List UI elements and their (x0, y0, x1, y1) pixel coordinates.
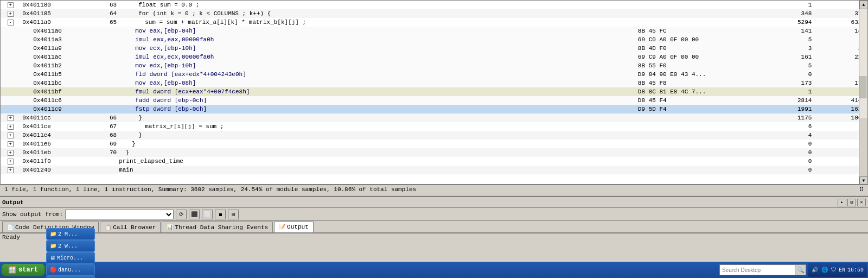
tabs-bar: 📄 Code Definition Window 📋 Call Browser … (0, 221, 868, 233)
tab-output[interactable]: 📝 Output (274, 222, 314, 232)
expand-cell (1, 96, 20, 105)
taskbar-btn-3[interactable]: 🔴danu... (46, 264, 95, 276)
lang-indicator: EN (839, 267, 845, 273)
table-row[interactable]: 0x4011a0 mov eax,[ebp-04h] 8B 45 FC 141 … (1, 27, 867, 35)
bytes-cell (636, 157, 761, 166)
taskbar-btn-2[interactable]: 🖥Micro... (46, 252, 95, 264)
bytes-cell: 8B 45 FC (636, 27, 761, 35)
expand-btn[interactable]: + (8, 132, 14, 138)
expand-btn[interactable]: + (8, 150, 14, 156)
address-cell: 0x4011a9 (20, 44, 92, 53)
table-row[interactable]: 0x4011c9 fstp dword [ebp-0ch] D9 5D F4 1… (1, 105, 867, 113)
scroll-thumb[interactable] (859, 77, 866, 98)
output-panel-header: Output ▸ ⊟ ✕ (0, 197, 868, 208)
search-button[interactable]: 🔍 (795, 265, 806, 275)
start-button[interactable]: 🪟 start (1, 263, 45, 276)
expand-btn[interactable]: + (8, 141, 14, 147)
code-cell: print_elapsed_time (119, 157, 636, 166)
count1-cell: 5294 (761, 18, 814, 27)
expand-cell (1, 27, 20, 35)
table-row[interactable]: 0x4011a9 mov ecx,[ebp-10h] 8B 4D F0 3 12 (1, 44, 867, 53)
bytes-cell (636, 113, 761, 122)
expand-cell: + (1, 122, 20, 131)
toolbar-btn-5[interactable]: ⊞ (228, 210, 239, 219)
code-cell: fadd dword [ebp-0ch] (119, 96, 636, 105)
address-cell: 0x4011c9 (20, 105, 92, 113)
expand-btn[interactable]: + (8, 124, 14, 130)
line-number-cell (92, 61, 119, 70)
line-number-cell: 67 (92, 122, 119, 131)
output-toolbar: Show output from: ⟳ ⬛ ⬜ ◼ ⊞ (0, 208, 868, 221)
tab-thread-data-label: Thread Data Sharing Events (175, 224, 268, 231)
expand-cell (1, 79, 20, 87)
line-number-cell (92, 27, 119, 35)
bytes-cell: D9 84 90 E0 43 4... (636, 70, 761, 79)
line-number-cell (92, 96, 119, 105)
address-cell: 0x4011a3 (20, 35, 92, 44)
code-cell: for (int k = 0 ; k < COLUMNS ; k++) { (119, 9, 636, 18)
bytes-cell: 8B 4D F0 (636, 44, 761, 53)
output-window-controls: ▸ ⊟ ✕ (838, 199, 866, 206)
count1-cell: 5 (761, 61, 814, 70)
expand-cell (1, 35, 20, 44)
address-cell: 0x401180 (20, 1, 92, 9)
output-float-btn[interactable]: ⊟ (847, 199, 856, 206)
expand-btn[interactable]: + (8, 115, 14, 121)
table-row: + 0x4011ce 67 matrix_r[i][j] = sum ; 6 4 (1, 122, 867, 131)
expand-btn[interactable]: + (8, 11, 14, 17)
line-number-cell: 65 (92, 18, 119, 27)
line-number-cell (92, 79, 119, 87)
table-row[interactable]: 0x4011c6 fadd dword [ebp-0ch] D8 45 F4 2… (1, 96, 867, 105)
table-row[interactable]: 0x4011b5 fld dword [eax+edx*4+004243e0h]… (1, 70, 867, 79)
bytes-cell: 69 C0 A0 0F 00 00 (636, 35, 761, 44)
scroll-up-arrow[interactable]: ▲ (859, 1, 867, 9)
count1-cell: 1 (761, 1, 814, 9)
toolbar-btn-4[interactable]: ◼ (215, 210, 226, 219)
output-close-btn[interactable]: ✕ (857, 199, 866, 206)
address-cell: 0x4011b5 (20, 70, 92, 79)
bytes-cell (636, 166, 761, 174)
scroll-down-arrow[interactable]: ▼ (859, 176, 867, 185)
table-row: + 0x4011cc 66 } 1175 1067 (1, 113, 867, 122)
table-row[interactable]: 0x4011bf fmul dword [ecx+eax*4+007f4ce8h… (1, 87, 867, 96)
line-number-cell: 64 (92, 9, 119, 18)
bytes-cell: 69 C9 A0 0F 00 00 (636, 53, 761, 61)
line-number-cell (92, 105, 119, 113)
table-row: + 0x4011f0 print_elapsed_time 0 0 (1, 157, 867, 166)
expand-btn[interactable]: + (8, 159, 14, 165)
table-row[interactable]: 0x4011b2 mov edx,[ebp-10h] 8B 55 F0 5 7 (1, 61, 867, 70)
bytes-cell (636, 140, 761, 148)
address-cell: 0x4011e4 (20, 131, 92, 140)
table-row[interactable]: 0x4011bc mov eax,[ebp-08h] 8B 45 F8 173 … (1, 79, 867, 87)
output-pin-btn[interactable]: ▸ (838, 199, 846, 206)
taskbar-btn-1[interactable]: 📁2 W... (46, 240, 95, 252)
taskbar-btn-4[interactable]: 🌐Micro... (46, 276, 95, 278)
tab-call-browser-icon: 📋 (105, 224, 111, 231)
taskbar-right: 🔍 🔊 🌐 🛡 EN 16:59 (719, 263, 867, 277)
resize-handle: ⠿ (859, 186, 864, 193)
collapse-btn[interactable]: - (8, 20, 14, 26)
code-cell: } (119, 140, 636, 148)
code-cell: mov eax,[ebp-04h] (119, 27, 636, 35)
search-input[interactable] (720, 267, 795, 273)
status-text: 1 file, 1 function, 1 line, 1 instructio… (4, 186, 416, 193)
toolbar-btn-3[interactable]: ⬜ (202, 210, 213, 219)
systray-icons: 🔊 🌐 🛡 (812, 267, 837, 273)
tab-call-browser[interactable]: 📋 Call Browser (100, 222, 161, 232)
expand-cell (1, 53, 20, 61)
expand-btn[interactable]: + (8, 167, 14, 173)
code-cell: main (119, 166, 636, 174)
table-row[interactable]: 0x4011ac imul ecx,ecx,00000fa0h 69 C9 A0… (1, 53, 867, 61)
toolbar-btn-1[interactable]: ⟳ (176, 210, 187, 219)
tab-thread-data[interactable]: 📊 Thread Data Sharing Events (162, 222, 273, 232)
output-source-dropdown[interactable] (65, 210, 174, 219)
table-row[interactable]: 0x4011a3 imul eax,eax,00000fa0h 69 C0 A0… (1, 35, 867, 44)
line-number-cell: 69 (92, 140, 119, 148)
code-cell: } (119, 131, 636, 140)
search-box[interactable]: 🔍 (719, 264, 806, 275)
expand-cell: + (1, 157, 20, 166)
toolbar-btn-2[interactable]: ⬛ (189, 210, 200, 219)
taskbar-btn-0[interactable]: 📁2 M... (46, 228, 95, 240)
expand-btn[interactable]: + (8, 2, 14, 8)
vertical-scrollbar[interactable]: ▲ ▼ (859, 1, 867, 185)
